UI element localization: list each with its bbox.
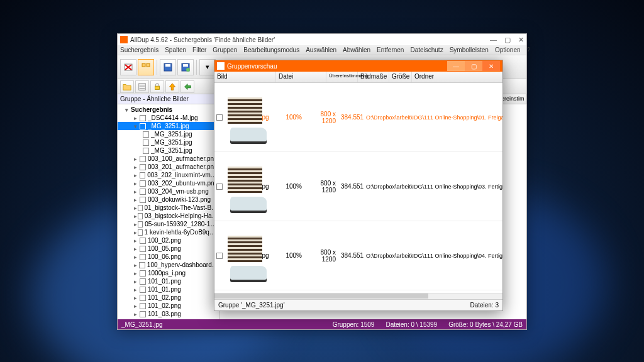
menu-item[interactable]: Dateischutz — [410, 47, 443, 53]
svg-rect-9 — [155, 86, 160, 89]
tree-file[interactable]: ▸003_100_aufmacher.png — [118, 155, 219, 163]
window-title: AllDup 4.5.62 - Suchergebnis 'Finde ähnl… — [130, 36, 490, 43]
tree-file[interactable]: ▸03_bigstock-Helping-Hand-Concept-… — [118, 212, 219, 220]
tree-item[interactable]: _MG_3251.jpg — [118, 138, 219, 146]
file-path: O:\Dropbox\arbeit\IDG\111 Online-Shoppin… — [364, 184, 502, 190]
maximize-icon[interactable]: ▢ — [504, 36, 511, 44]
tree-file[interactable]: ▸100_hyperv-dashboard.png — [118, 261, 219, 269]
tree-file[interactable]: ▸100_06.png — [118, 253, 219, 261]
menu-item[interactable]: Spalten — [165, 47, 186, 53]
back-button[interactable] — [180, 80, 194, 93]
menu-item[interactable]: Optionen — [495, 47, 521, 53]
tree-file[interactable]: ▸101_02.png — [118, 293, 219, 302]
svg-rect-6 — [183, 64, 188, 67]
tree-panel[interactable]: Gruppe - Ähnliche Bilder ▾Suchergebnis ▸… — [118, 94, 219, 319]
match-percent: 100% — [275, 114, 304, 121]
tree-group-selected[interactable]: ▾_MG_3251.jpg — [118, 122, 219, 130]
minimize-icon[interactable]: — — [447, 61, 465, 71]
status-file: _MG_3251.jpg — [121, 321, 321, 328]
results-button[interactable] — [135, 80, 149, 93]
tree-header: Gruppe - Ähnliche Bilder — [118, 94, 219, 104]
tree-item[interactable]: _MG_3251.jpg — [118, 130, 219, 138]
scrollbar-horizontal[interactable] — [214, 293, 502, 299]
preview-row[interactable]: _MG_3251.jpg 100% 800 x 1200 384.551 O:\… — [214, 221, 502, 290]
tree-file[interactable]: ▸003_dokuwiki-123.png — [118, 195, 219, 204]
preview-row[interactable]: _MG_3251.jpg 100% 800 x 1200 384.551 O:\… — [214, 152, 502, 221]
preview-titlebar[interactable]: Gruppenvorschau — ▢ ✕ — [214, 60, 502, 72]
menu-item[interactable]: Auswählen — [306, 47, 336, 53]
svg-rect-4 — [165, 64, 170, 67]
minimize-icon[interactable]: — — [490, 36, 497, 44]
tree-file[interactable]: ▸003_202_ubuntu-vm.png — [118, 179, 219, 187]
delete-button[interactable] — [120, 59, 136, 75]
preview-window: Gruppenvorschau — ▢ ✕ Bild Datei Überein… — [214, 60, 503, 311]
preview-footer: Gruppe '_MG_3251.jpg' Dateien: 3 — [214, 299, 502, 310]
row-checkbox[interactable] — [214, 184, 223, 190]
titlebar[interactable]: AllDup 4.5.62 - Suchergebnis 'Finde ähnl… — [118, 34, 526, 45]
statusbar: _MG_3251.jpg Gruppen: 1509 Dateien: 0 \ … — [118, 319, 526, 329]
tree-file[interactable]: ▸101_03.png — [118, 310, 219, 318]
menu-item[interactable]: Suchergebnis — [120, 47, 158, 53]
preview-body[interactable]: _MG_3251.jpg 100% 800 x 1200 384.551 O:\… — [214, 83, 502, 293]
menu-item[interactable]: Bearbeitungsmodus — [243, 47, 299, 53]
view-button[interactable] — [138, 59, 154, 75]
maximize-icon[interactable]: ▢ — [465, 61, 482, 71]
tree-file[interactable]: ▸101_01.png — [118, 277, 219, 285]
tree-file[interactable]: ▸100_05.png — [118, 244, 219, 253]
preview-row[interactable]: _MG_3251.jpg 100% 800 x 1200 384.551 O:\… — [214, 83, 502, 152]
close-icon[interactable]: ✕ — [482, 61, 500, 71]
status-files: Dateien: 0 \ 15399 — [386, 321, 437, 328]
tree-file[interactable]: ▸05-sun-159392_1280-1078x1024.jpg — [118, 220, 219, 228]
save-as-button[interactable] — [177, 59, 194, 75]
folder-icon — [217, 62, 225, 70]
tree-file[interactable]: ▸1 kevin-lehtla-6yDoB9qqUz4-unsplas… — [118, 228, 219, 236]
lock-button[interactable] — [150, 80, 164, 93]
file-size: 384.551 — [338, 114, 364, 121]
menu-item[interactable]: Abwählen — [343, 47, 370, 53]
tree-file[interactable]: ▸003_201_aufmacher.png — [118, 163, 219, 171]
footer-group: Gruppe '_MG_3251.jpg' — [218, 302, 470, 309]
file-path: O:\Dropbox\arbeit\IDG\111 Online-Shoppin… — [364, 114, 502, 121]
menu-item[interactable]: Symbolleisten — [450, 47, 489, 53]
save-button[interactable] — [160, 59, 176, 75]
svg-point-7 — [186, 68, 190, 72]
tree-root[interactable]: ▾Suchergebnis — [118, 106, 219, 114]
match-percent: 100% — [275, 183, 304, 190]
menubar: Suchergebnis Spalten Filter Gruppen Bear… — [118, 45, 526, 55]
row-checkbox[interactable] — [214, 253, 223, 259]
menu-item[interactable]: Filter — [192, 47, 206, 53]
dimensions: 800 x 1200 — [304, 111, 338, 124]
tree-file[interactable]: ▸01_bigstock-The-Vast-Blue-Sky-And-… — [118, 204, 219, 212]
file-path: O:\Dropbox\arbeit\IDG\111 Online-Shoppin… — [364, 253, 502, 259]
tree-group[interactable]: ▸_DSC4414 -M.jpg — [118, 114, 219, 122]
tree-file[interactable]: ▸100_02.png — [118, 236, 219, 244]
tree-file[interactable]: ▸101_02.png — [118, 302, 219, 310]
menu-item[interactable]: Entfernen — [377, 47, 404, 53]
menu-item[interactable]: Gruppen — [213, 47, 237, 53]
dimensions: 800 x 1200 — [304, 249, 338, 263]
svg-rect-2 — [147, 63, 150, 67]
up-button[interactable] — [165, 80, 179, 93]
file-size: 384.551 — [338, 183, 364, 190]
svg-rect-1 — [142, 63, 145, 67]
file-size: 384.551 — [338, 252, 364, 259]
menu-item[interactable]: ? — [527, 47, 531, 53]
folder-button[interactable] — [120, 80, 134, 93]
row-checkbox[interactable] — [214, 114, 223, 121]
status-size: Größe: 0 Bytes \ 24,27 GB — [448, 321, 523, 328]
preview-columns[interactable]: Bild Datei Übereinstimmung Bildmaße Größ… — [214, 72, 502, 83]
preview-title: Gruppenvorschau — [227, 63, 447, 70]
footer-count: Dateien: 3 — [470, 302, 499, 309]
status-groups: Gruppen: 1509 — [333, 321, 375, 328]
dimensions: 800 x 1200 — [304, 180, 338, 194]
close-icon[interactable]: ✕ — [518, 36, 524, 44]
tree-file[interactable]: ▸1000ps_i.png — [118, 269, 219, 277]
app-icon — [120, 36, 128, 43]
match-percent: 100% — [275, 252, 304, 259]
tree-file[interactable]: ▸101_01.png — [118, 285, 219, 293]
tree-file[interactable]: ▸003_202_linuxmint-vm.png — [118, 171, 219, 179]
tree-file[interactable]: ▸003_204_vm-usb.png — [118, 187, 219, 195]
tree-item[interactable]: _MG_3251.jpg — [118, 146, 219, 155]
